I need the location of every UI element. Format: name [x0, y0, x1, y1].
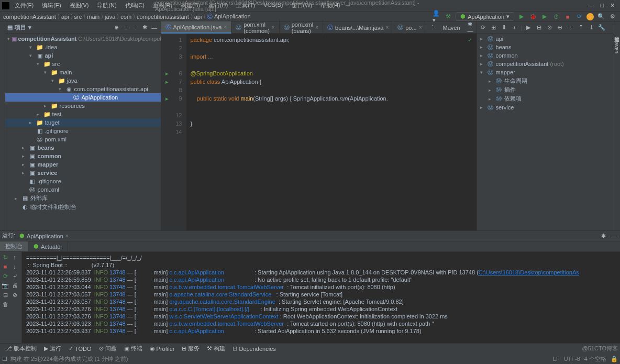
user-icon[interactable]: 👤▾	[433, 13, 441, 21]
settings-icon[interactable]: ✱	[599, 232, 607, 240]
expand-icon[interactable]: ⤓	[587, 24, 595, 32]
down-icon[interactable]: ↓	[10, 262, 19, 271]
tree-item[interactable]: ▸📁test	[5, 110, 161, 118]
maven-tree-item[interactable]: ▸Ⓜcommon	[477, 51, 613, 60]
build-icon[interactable]: ⚒	[444, 13, 452, 21]
maven-tree-item[interactable]: ▸Ⓜapi	[477, 35, 613, 43]
run-button[interactable]: ▶	[517, 13, 526, 21]
close-icon[interactable]: ×	[224, 24, 227, 30]
expand-all-icon[interactable]: ≡	[122, 24, 130, 32]
hide-icon[interactable]: —	[610, 232, 618, 240]
status-info[interactable]: LF	[553, 356, 560, 362]
status-info[interactable]: UTF-8	[564, 356, 580, 362]
breadcrumb-item[interactable]: api	[194, 14, 202, 20]
print-icon[interactable]: 🖨	[10, 281, 19, 290]
tree-item[interactable]: ▾◉com.competitionassistant.api	[5, 85, 161, 93]
breadcrumb-item[interactable]: src	[74, 14, 82, 20]
breadcrumb-item[interactable]: competitionAssistant	[3, 14, 56, 20]
breadcrumb-item[interactable]: main	[87, 14, 99, 20]
run-sub-tab[interactable]: 控制台	[0, 241, 28, 251]
generate-icon[interactable]: ⊞	[490, 24, 498, 32]
add-icon[interactable]: +	[511, 24, 519, 32]
minimize-button[interactable]: —	[588, 2, 594, 9]
tree-item[interactable]: Ⓜpom.xml	[5, 135, 161, 144]
stop-button[interactable]: ■	[563, 13, 572, 21]
show-deps-icon[interactable]: ÷	[566, 24, 574, 32]
chevron-down-icon[interactable]: ▾	[28, 24, 31, 31]
tree-item[interactable]: ▸▣service	[5, 169, 161, 177]
hide-icon[interactable]: —	[150, 24, 159, 32]
status-item[interactable]: ⊡ Dependencies	[229, 344, 279, 354]
menu-item[interactable]: 导航(N)	[93, 1, 120, 10]
coverage-button[interactable]: ▶	[540, 13, 549, 21]
console-output[interactable]: =========|_|==============|___/=/_/_/_/ …	[22, 252, 620, 343]
lock-icon[interactable]: 🔒	[611, 356, 618, 362]
editor-tab[interactable]: Ⓜpom.xml (beans)×	[280, 20, 323, 36]
tree-item[interactable]: ▸📁resources	[5, 102, 161, 110]
menu-item[interactable]: 代码(C)	[121, 1, 149, 10]
tree-item[interactable]: ▾📁main	[5, 68, 161, 76]
close-icon[interactable]: ×	[65, 233, 69, 239]
toggle-offline-icon[interactable]: ⊘	[545, 24, 553, 32]
menu-item[interactable]: 视图(V)	[65, 1, 93, 10]
tree-item[interactable]: ▸📁target	[5, 118, 161, 127]
maven-tree-item[interactable]: ▸Ⓜ依赖项	[477, 94, 613, 103]
status-item[interactable]: ▣ 终端	[121, 344, 146, 354]
status-item[interactable]: ⎇ 版本控制	[2, 344, 40, 354]
search-icon[interactable]: 🔍	[597, 13, 605, 21]
settings-icon[interactable]: ⚙	[608, 13, 617, 21]
run-config-tab[interactable]: ⬢ ApiApplication ×	[15, 231, 73, 240]
maven-tab[interactable]: Maven	[614, 38, 619, 53]
close-icon[interactable]: ×	[315, 25, 318, 30]
maven-tree-item[interactable]: ▸ⓂcompetitionAssistant (root)	[477, 60, 613, 68]
code-editor[interactable]: ✓ package com.competitionassistant.api;i…	[186, 34, 477, 230]
avatar-icon[interactable]	[586, 13, 594, 20]
menu-item[interactable]: 编辑(E)	[38, 1, 65, 10]
run-maven-icon[interactable]: ▶	[524, 24, 533, 32]
editor-tab[interactable]: Ⓜpo...×	[393, 22, 426, 33]
status-item[interactable]: ⊘ 问题	[96, 344, 120, 354]
run-gutter-icon[interactable]: ▸	[165, 78, 169, 86]
debug-button[interactable]: 🐞	[529, 13, 537, 21]
run-sub-tab[interactable]: ⬢Actuator	[28, 241, 68, 251]
stop-icon[interactable]: ■	[1, 262, 9, 271]
run-config-selector[interactable]: ⬢ ApiApplication ▾	[456, 12, 514, 21]
tree-item[interactable]: ⒸApiApplication	[5, 93, 161, 102]
breadcrumb-item[interactable]: api	[61, 14, 69, 20]
tree-item[interactable]: ▸▣beans	[5, 144, 161, 152]
maven-tree-item[interactable]: ▸Ⓜbeans	[477, 43, 613, 51]
editor-tab[interactable]: Ⓜpom.xml (common)×	[231, 20, 279, 36]
breadcrumb-item[interactable]: com	[120, 14, 131, 20]
profile-button[interactable]: ⏱	[552, 13, 560, 21]
menu-item[interactable]: 文件(F)	[10, 1, 38, 10]
close-icon[interactable]: ×	[419, 25, 422, 30]
tree-item[interactable]: Ⓜpom.xml	[5, 185, 161, 194]
tree-item[interactable]: ▸▣common	[5, 152, 161, 160]
execute-icon[interactable]: ⊟	[535, 24, 543, 32]
run-gutter-icon[interactable]: ▸	[165, 69, 169, 78]
tree-item[interactable]: ▸▦外部库	[5, 194, 161, 203]
reload-icon[interactable]: ⟳	[479, 24, 488, 32]
tree-item[interactable]: ▾📁.idea	[5, 43, 161, 51]
download-icon[interactable]: ⬇	[500, 24, 508, 32]
rerun-icon[interactable]: ↻	[1, 253, 9, 261]
tree-item[interactable]: ▾▣api	[5, 51, 161, 60]
status-item[interactable]: ▶ 运行	[41, 344, 64, 354]
up-icon[interactable]: ↑	[10, 253, 19, 261]
collapse-all-icon[interactable]: ÷	[131, 24, 140, 32]
git-update-icon[interactable]: ⟳	[575, 13, 583, 21]
wrap-icon[interactable]: ⤶	[10, 272, 19, 280]
tree-item[interactable]: ▾📁src	[5, 60, 161, 68]
skip-tests-icon[interactable]: ⊝	[556, 24, 564, 32]
project-root[interactable]: ▾ ▣ competitionAssistant C:\Users\16018\…	[5, 35, 161, 43]
collapse-icon[interactable]: ⤒	[577, 24, 585, 32]
settings-icon[interactable]: ✱	[141, 24, 149, 32]
close-icon[interactable]: ×	[385, 25, 389, 30]
breadcrumb-item[interactable]: competitionassistant	[137, 14, 189, 20]
maven-tree-item[interactable]: ▾Ⓜmapper	[477, 68, 613, 76]
inspection-ok-icon[interactable]: ✓	[468, 36, 472, 44]
trash-icon[interactable]: 🗑	[1, 300, 9, 308]
camera-icon[interactable]: 📷	[1, 281, 9, 290]
more-tabs-icon[interactable]: ⋮	[426, 24, 438, 31]
editor-tab[interactable]: ⒸApiApplication.java×	[161, 21, 232, 34]
